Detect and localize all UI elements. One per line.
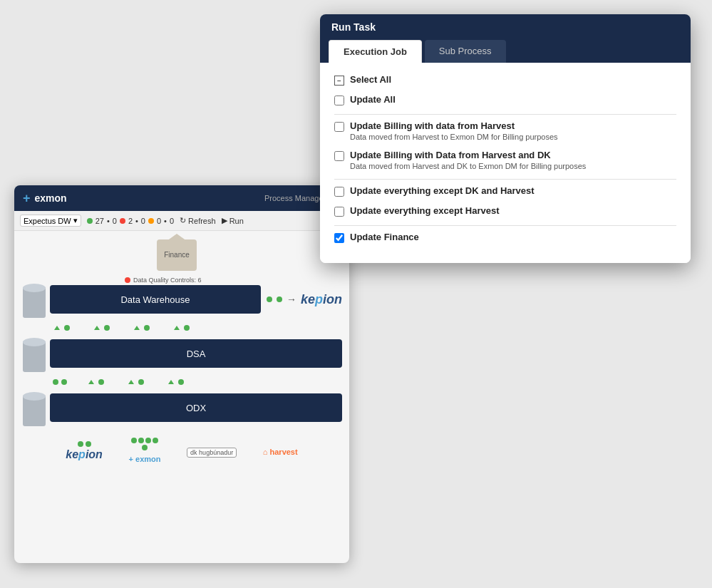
exmon-plus-icon: +	[23, 191, 31, 206]
kepion-src-dot2	[86, 441, 91, 447]
update-all-row: Update All	[334, 94, 676, 105]
refresh-button[interactable]: ↻ Refresh	[180, 216, 216, 225]
exmon-source-logo: + exmon	[129, 455, 161, 463]
select-all-minus-checkbox[interactable]: −	[334, 76, 344, 86]
update-finance-label: Update Finance	[350, 232, 419, 242]
divider-1	[334, 114, 676, 115]
flow-dots-2	[21, 378, 342, 386]
red-count: 2	[128, 217, 133, 225]
refresh-label: Refresh	[188, 217, 216, 225]
up-arrow3	[134, 326, 140, 330]
odx-label: ODX	[186, 403, 206, 413]
dot-count3: 0	[170, 217, 174, 225]
dsa-layer-row: DSA	[21, 335, 342, 372]
up-arrow6	[128, 380, 134, 384]
stats-bar: 27 • 0 2 • 0 0 • 0	[87, 217, 174, 225]
sources-row: kepion + exmon dk hugbúnadur ⌂ harvest	[21, 432, 342, 465]
dk-source: dk hugbúnadur	[187, 445, 237, 458]
separator3: •	[164, 217, 167, 225]
select-all-row: − Select All	[334, 74, 676, 86]
divider-2	[334, 179, 676, 180]
bg-toolbar: Expectus DW ▾ 27 • 0 2 • 0 0 • 0 ↻ Refre…	[14, 211, 349, 231]
kepion-source: kepion	[66, 441, 103, 461]
yellow-status-dot	[148, 218, 154, 224]
up-arrow4	[174, 326, 180, 330]
finance-label: Finance	[164, 251, 190, 259]
harvest-logo: ⌂ harvest	[263, 448, 298, 456]
kepion-dot2	[277, 296, 282, 302]
flow-dots-1	[21, 324, 342, 332]
execution-job-tab-label: Execution Job	[344, 46, 407, 57]
run-label: Run	[229, 217, 244, 225]
update-all-label: Update All	[350, 94, 396, 105]
red-status-dot	[120, 218, 125, 224]
run-button[interactable]: ▶ Run	[222, 216, 244, 225]
tab-execution-job[interactable]: Execution Job	[329, 40, 422, 63]
dot8	[138, 379, 144, 385]
finance-node: Finance	[157, 239, 197, 271]
dot4	[184, 325, 190, 331]
divider-3	[334, 225, 676, 226]
sub-process-tab-label: Sub Process	[439, 46, 492, 56]
separator1: •	[107, 217, 110, 225]
kepion-dot1	[267, 296, 272, 302]
expectus-dropdown[interactable]: Expectus DW ▾	[20, 215, 81, 227]
up-arrow7	[168, 380, 174, 384]
update-except-dk-harvest-label: Update everything except DK and Harvest	[350, 185, 535, 196]
harvest-source: ⌂ harvest	[263, 445, 298, 458]
refresh-icon: ↻	[180, 216, 186, 225]
update-except-dk-harvest-row: Update everything except DK and Harvest	[334, 185, 676, 197]
bg-process-window: + exmon Process Management Expectus DW ▾…	[14, 185, 349, 563]
dsa-bar: DSA	[50, 339, 342, 368]
chevron-down-icon: ▾	[73, 216, 78, 225]
exmon-dot1	[131, 438, 137, 443]
update-finance-row: Update Finance	[334, 232, 676, 243]
select-all-label: Select All	[350, 74, 391, 85]
bg-window-header: + exmon Process Management	[14, 185, 349, 211]
dk-logo: dk hugbúnadur	[187, 448, 237, 458]
dot5	[53, 379, 58, 385]
dot9	[178, 379, 184, 385]
exmon-source: + exmon	[129, 438, 161, 465]
update-billing-harvest-dk-row: Update Billing with Data from Harvest an…	[334, 150, 676, 170]
up-arrow1	[54, 326, 60, 330]
yellow-count: 0	[157, 217, 161, 225]
odx-layer-row: ODX	[21, 389, 342, 426]
up-arrow5	[88, 380, 94, 384]
flow-arrow: →	[287, 294, 296, 305]
update-billing-harvest-row: Update Billing with data from Harvest Da…	[334, 120, 676, 141]
update-except-dk-harvest-checkbox[interactable]	[334, 187, 344, 197]
update-billing-harvest-dk-checkbox[interactable]	[334, 151, 344, 161]
dsa-cylinder	[21, 335, 47, 372]
update-except-harvest-label: Update everything except Harvest	[350, 205, 500, 216]
update-billing-harvest-dk-label: Update Billing with Data from Harvest an…	[350, 150, 586, 160]
exmon-dot3	[145, 438, 151, 443]
exmon-dot4	[153, 438, 158, 443]
update-billing-harvest-dk-sublabel: Data moved from Harvest and DK to Exmon …	[350, 162, 586, 170]
odx-bar: ODX	[50, 393, 342, 422]
dialog-body: − Select All Update All Update Billing w…	[320, 63, 691, 263]
run-icon: ▶	[222, 216, 227, 225]
dw-label: Data Warehouse	[120, 294, 190, 305]
dw-bar: Data Warehouse	[50, 285, 261, 314]
green-status-dot	[87, 218, 93, 224]
update-finance-checkbox[interactable]	[334, 233, 344, 243]
dw-layer-row: Data Warehouse → kepion	[21, 281, 342, 318]
green-count: 27	[96, 217, 104, 225]
dot1	[64, 325, 70, 331]
update-billing-harvest-checkbox[interactable]	[334, 122, 344, 132]
dsa-label: DSA	[187, 349, 206, 359]
dot6	[61, 379, 67, 385]
tab-sub-process[interactable]: Sub Process	[425, 40, 506, 63]
run-task-dialog: Run Task Execution Job Sub Process − Sel…	[320, 14, 691, 263]
dw-cylinder	[21, 281, 47, 318]
exmon-dot2	[138, 438, 144, 443]
update-except-harvest-checkbox[interactable]	[334, 207, 344, 217]
update-except-harvest-row: Update everything except Harvest	[334, 205, 676, 217]
odx-cylinder	[21, 389, 47, 426]
dialog-tabs: Execution Job Sub Process	[320, 40, 691, 63]
dot3	[144, 325, 150, 331]
canvas-area: Finance Data Quality Controls: 6 Data Wa…	[14, 231, 349, 563]
exmon-dot5	[142, 445, 148, 450]
update-all-checkbox[interactable]	[334, 96, 344, 105]
